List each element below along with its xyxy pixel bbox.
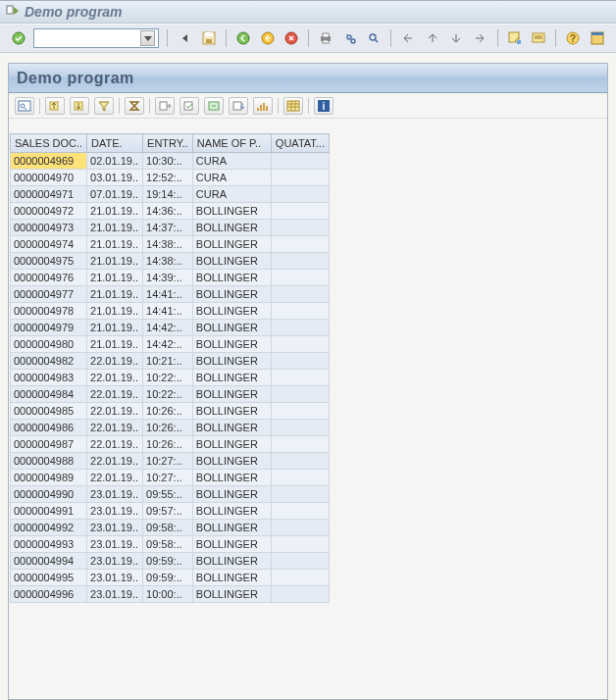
command-field[interactable] (33, 28, 159, 48)
cell-salesdoc[interactable]: 0000004987 (11, 436, 87, 453)
cell-salesdoc[interactable]: 0000004979 (11, 320, 87, 336)
command-field-dropdown[interactable] (140, 30, 155, 46)
cell-quatat[interactable] (271, 470, 329, 486)
cell-name[interactable]: BOLLINGER (192, 486, 271, 503)
cell-entry[interactable]: 10:21:.. (143, 353, 193, 370)
cell-date[interactable]: 22.01.19.. (87, 386, 143, 403)
cell-quatat[interactable] (271, 386, 329, 403)
table-row[interactable]: 000000498522.01.19..10:26:..BOLLINGER (11, 403, 330, 420)
cell-date[interactable]: 23.01.19.. (87, 553, 143, 570)
cell-salesdoc[interactable]: 0000004971 (11, 186, 87, 203)
cell-name[interactable]: CURA (192, 170, 271, 186)
cell-salesdoc[interactable]: 0000004984 (11, 386, 87, 403)
cell-entry[interactable]: 10:00:.. (143, 586, 193, 603)
cell-quatat[interactable] (271, 520, 329, 536)
cell-salesdoc[interactable]: 0000004970 (11, 170, 87, 186)
cell-entry[interactable]: 09:57:.. (143, 503, 193, 520)
cell-entry[interactable]: 09:55:.. (143, 486, 193, 503)
cell-entry[interactable]: 14:39:.. (143, 270, 193, 286)
cell-date[interactable]: 23.01.19.. (87, 586, 143, 603)
cell-salesdoc[interactable]: 0000004974 (11, 236, 87, 253)
cell-salesdoc[interactable]: 0000004976 (11, 270, 87, 286)
cell-quatat[interactable] (271, 553, 329, 570)
cell-salesdoc[interactable]: 0000004991 (11, 503, 87, 520)
alv-grid[interactable]: SALES DOC.. DATE. ENTRY.. NAME OF P.. QU… (10, 133, 330, 603)
customize-layout-button[interactable] (589, 28, 606, 48)
sort-asc-button[interactable] (45, 97, 65, 115)
cell-date[interactable]: 21.01.19.. (87, 320, 143, 336)
cell-quatat[interactable] (271, 403, 329, 420)
cell-quatat[interactable] (271, 536, 329, 553)
table-row[interactable]: 000000499623.01.19..10:00:..BOLLINGER (11, 586, 330, 603)
graphics-button[interactable] (253, 97, 273, 115)
cell-date[interactable]: 21.01.19.. (87, 253, 143, 270)
table-row[interactable]: 000000498822.01.19..10:27:..BOLLINGER (11, 453, 330, 470)
cell-salesdoc[interactable]: 0000004986 (11, 420, 87, 436)
cell-quatat[interactable] (271, 586, 329, 603)
save-button[interactable] (200, 28, 218, 48)
cell-entry[interactable]: 10:26:.. (143, 420, 193, 436)
cell-quatat[interactable] (271, 503, 329, 520)
table-row[interactable]: 000000499123.01.19..09:57:..BOLLINGER (11, 503, 330, 520)
cell-quatat[interactable] (271, 370, 329, 386)
cell-salesdoc[interactable]: 0000004985 (11, 403, 87, 420)
cell-date[interactable]: 22.01.19.. (87, 420, 143, 436)
cell-entry[interactable]: 14:41:.. (143, 303, 193, 320)
cell-name[interactable]: BOLLINGER (192, 270, 271, 286)
col-header-date[interactable]: DATE. (87, 134, 143, 153)
cell-name[interactable]: BOLLINGER (192, 470, 271, 486)
cell-date[interactable]: 21.01.19.. (87, 236, 143, 253)
table-row[interactable]: 000000499523.01.19..09:59:..BOLLINGER (11, 570, 330, 586)
cell-date[interactable]: 21.01.19.. (87, 303, 143, 320)
cell-date[interactable]: 22.01.19.. (87, 453, 143, 470)
col-header-name[interactable]: NAME OF P.. (192, 134, 271, 153)
details-button[interactable] (15, 97, 34, 115)
col-header-salesdoc[interactable]: SALES DOC.. (11, 134, 87, 153)
table-row[interactable]: 000000499423.01.19..09:59:..BOLLINGER (11, 553, 330, 570)
enter-button[interactable] (10, 28, 27, 48)
cell-name[interactable]: BOLLINGER (192, 320, 271, 336)
cell-entry[interactable]: 10:26:.. (143, 403, 193, 420)
cell-name[interactable]: BOLLINGER (192, 220, 271, 236)
cell-date[interactable]: 22.01.19.. (87, 470, 143, 486)
table-row[interactable]: 000000497921.01.19..14:42:..BOLLINGER (11, 320, 330, 336)
cell-salesdoc[interactable]: 0000004978 (11, 303, 87, 320)
cell-salesdoc[interactable]: 0000004990 (11, 486, 87, 503)
cell-entry[interactable]: 19:14:.. (143, 186, 193, 203)
cell-name[interactable]: BOLLINGER (192, 436, 271, 453)
cell-name[interactable]: CURA (192, 153, 271, 170)
cell-salesdoc[interactable]: 0000004982 (11, 353, 87, 370)
cell-name[interactable]: BOLLINGER (192, 253, 271, 270)
cell-salesdoc[interactable]: 0000004973 (11, 220, 87, 236)
info-button[interactable]: i (314, 97, 334, 115)
cell-entry[interactable]: 10:27:.. (143, 453, 193, 470)
table-row[interactable]: 000000498021.01.19..14:42:..BOLLINGER (11, 336, 330, 353)
cell-salesdoc[interactable]: 0000004992 (11, 520, 87, 536)
help-button[interactable]: ? (564, 28, 582, 48)
cell-salesdoc[interactable]: 0000004983 (11, 370, 87, 386)
cell-entry[interactable]: 09:58:.. (143, 520, 193, 536)
cell-salesdoc[interactable]: 0000004975 (11, 253, 87, 270)
cell-quatat[interactable] (271, 170, 329, 186)
cell-name[interactable]: BOLLINGER (192, 353, 271, 370)
cell-name[interactable]: BOLLINGER (192, 420, 271, 436)
cell-quatat[interactable] (271, 236, 329, 253)
table-row[interactable]: 000000497721.01.19..14:41:..BOLLINGER (11, 286, 330, 303)
cell-date[interactable]: 02.01.19.. (87, 153, 143, 170)
cell-name[interactable]: BOLLINGER (192, 286, 271, 303)
cell-date[interactable]: 21.01.19.. (87, 286, 143, 303)
table-row[interactable]: 000000497003.01.19..12:52:..CURA (11, 170, 330, 186)
cell-quatat[interactable] (271, 436, 329, 453)
cell-date[interactable]: 21.01.19.. (87, 220, 143, 236)
table-row[interactable]: 000000498722.01.19..10:26:..BOLLINGER (11, 436, 330, 453)
cell-name[interactable]: BOLLINGER (192, 403, 271, 420)
back-nav-button[interactable] (234, 28, 252, 48)
cell-salesdoc[interactable]: 0000004994 (11, 553, 87, 570)
cell-date[interactable]: 07.01.19.. (87, 186, 143, 203)
cell-entry[interactable]: 09:58:.. (143, 536, 193, 553)
cell-name[interactable]: BOLLINGER (192, 386, 271, 403)
cell-quatat[interactable] (271, 270, 329, 286)
cell-date[interactable]: 22.01.19.. (87, 370, 143, 386)
table-row[interactable]: 000000497421.01.19..14:38:..BOLLINGER (11, 236, 330, 253)
cell-entry[interactable]: 10:30:.. (143, 153, 193, 170)
